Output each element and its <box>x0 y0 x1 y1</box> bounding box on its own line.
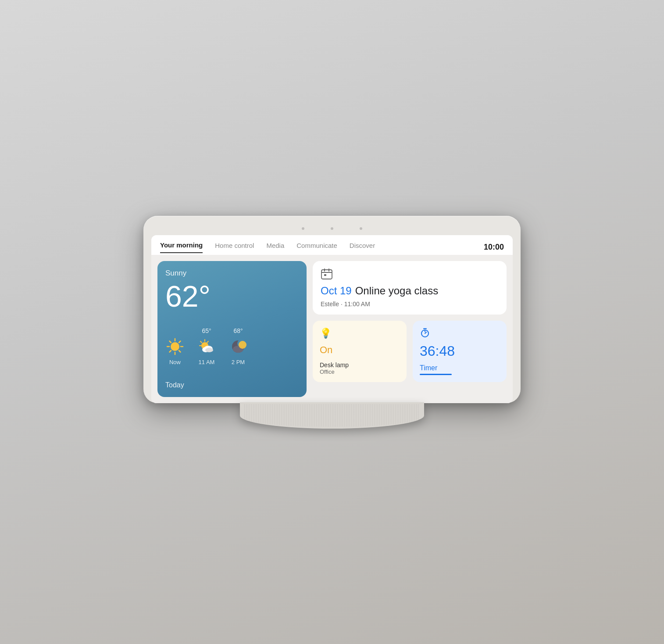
svg-point-20 <box>239 341 246 349</box>
stopwatch-icon <box>420 328 430 338</box>
moon-cloud-icon <box>228 337 248 356</box>
weather-label-11am: 11 AM <box>199 359 215 365</box>
svg-line-6 <box>179 351 181 352</box>
calendar-icon <box>321 268 333 280</box>
svg-line-5 <box>170 341 171 343</box>
calendar-icon-row <box>321 268 499 280</box>
light-status: On <box>320 344 400 356</box>
device-shell: Your morning Home control Media Communic… <box>143 216 521 403</box>
weather-slot-11am: 65° <box>197 327 216 365</box>
weather-temp-11am: 65° <box>202 327 211 334</box>
weather-label-now: Now <box>169 359 181 365</box>
partly-cloudy-icon <box>197 337 216 356</box>
light-location: Office <box>320 369 400 375</box>
content-area: Sunny 62° <box>151 255 513 403</box>
bottom-row: 💡 On Desk lamp Office <box>313 321 507 382</box>
sensor-left <box>302 227 304 230</box>
svg-line-13 <box>207 341 208 343</box>
weather-card[interactable]: Sunny 62° <box>157 261 307 397</box>
weather-condition: Sunny <box>165 269 299 278</box>
timer-progress-bar <box>420 374 452 375</box>
weather-temp-2pm: 68° <box>233 327 243 334</box>
speaker-base <box>240 402 424 429</box>
light-card[interactable]: 💡 On Desk lamp Office <box>313 321 407 382</box>
scene: Your morning Home control Media Communic… <box>143 216 521 429</box>
nav-communicate[interactable]: Communicate <box>296 242 337 253</box>
bulb-icon: 💡 <box>320 328 332 339</box>
nav-discover[interactable]: Discover <box>350 242 375 253</box>
svg-point-16 <box>205 348 213 352</box>
svg-line-8 <box>170 351 171 352</box>
svg-rect-25 <box>324 274 326 276</box>
weather-slot-now: Now <box>165 334 185 365</box>
svg-line-28 <box>425 332 426 333</box>
timer-icon-row <box>420 328 500 338</box>
nav-media[interactable]: Media <box>266 242 284 253</box>
svg-line-7 <box>179 341 181 343</box>
weather-hourly: Now 65° <box>165 327 299 365</box>
weather-temperature: 62° <box>165 281 299 311</box>
nav-home-control[interactable]: Home control <box>215 242 254 253</box>
event-title-row: Oct 19 Online yoga class <box>321 285 499 297</box>
calendar-card[interactable]: Oct 19 Online yoga class Estelle · 11:00… <box>313 261 507 315</box>
svg-point-0 <box>171 342 179 351</box>
svg-rect-21 <box>321 270 332 279</box>
event-details: Estelle · 11:00 AM <box>321 301 499 308</box>
sensor-right <box>360 227 362 230</box>
top-bezel <box>151 224 513 233</box>
weather-slot-2pm: 68° 2 PM <box>228 327 248 365</box>
timer-card[interactable]: 36:48 Timer <box>413 321 507 382</box>
light-device-name: Desk lamp <box>320 361 400 369</box>
screen: Your morning Home control Media Communic… <box>151 235 513 403</box>
weather-label-2pm: 2 PM <box>232 359 245 365</box>
event-title: Online yoga class <box>355 285 438 297</box>
light-icon-row: 💡 <box>320 328 400 339</box>
nav-your-morning[interactable]: Your morning <box>160 241 203 253</box>
svg-line-12 <box>200 341 202 343</box>
weather-today-label: Today <box>165 381 299 389</box>
nav-bar: Your morning Home control Media Communic… <box>151 235 513 255</box>
sun-icon <box>165 337 185 356</box>
right-column: Oct 19 Online yoga class Estelle · 11:00… <box>313 261 507 397</box>
clock-display: 10:00 <box>484 243 504 252</box>
event-date: Oct 19 <box>321 285 352 297</box>
timer-label: Timer <box>420 364 500 372</box>
sensor-center <box>331 227 333 230</box>
timer-display: 36:48 <box>420 343 500 359</box>
